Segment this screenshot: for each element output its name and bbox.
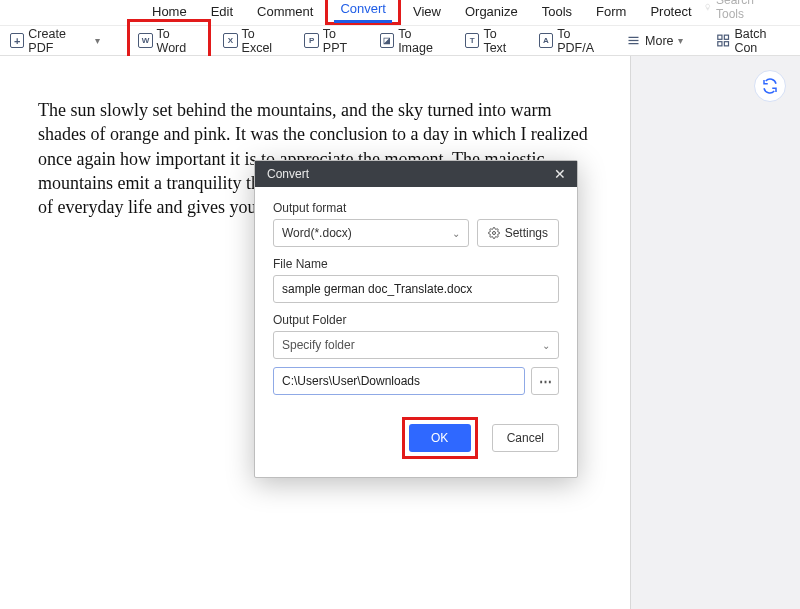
svg-rect-6	[724, 42, 728, 46]
tab-form[interactable]: Form	[584, 0, 638, 25]
tab-view[interactable]: View	[401, 0, 453, 25]
word-convert-side-button[interactable]	[754, 70, 786, 102]
output-format-value: Word(*.docx)	[282, 226, 352, 240]
close-icon: ✕	[554, 166, 566, 182]
svg-rect-3	[718, 35, 722, 39]
chevron-down-icon: ▾	[678, 35, 683, 46]
chevron-down-icon: ⌄	[542, 340, 550, 351]
dialog-title: Convert	[267, 167, 309, 181]
svg-rect-4	[724, 35, 728, 39]
tab-convert[interactable]: Convert	[325, 0, 401, 25]
file-name-label: File Name	[273, 257, 559, 271]
side-panel	[630, 56, 800, 609]
batch-label: Batch Con	[734, 27, 790, 55]
image-icon: ◪	[380, 33, 394, 48]
excel-icon: X	[223, 33, 237, 48]
cancel-button[interactable]: Cancel	[492, 424, 559, 452]
to-ppt-button[interactable]: P To PPT	[298, 24, 367, 58]
dialog-titlebar[interactable]: Convert ✕	[255, 161, 577, 187]
output-format-select[interactable]: Word(*.docx) ⌄	[273, 219, 469, 247]
svg-point-7	[492, 232, 495, 235]
create-pdf-button[interactable]: + Create PDF ▾	[4, 24, 106, 58]
settings-label: Settings	[505, 226, 548, 240]
output-folder-select[interactable]: Specify folder ⌄	[273, 331, 559, 359]
convert-toolbar: + Create PDF ▾ W To Word X To Excel P To…	[0, 26, 800, 56]
lightbulb-icon	[704, 1, 711, 13]
chevron-down-icon: ▾	[95, 35, 100, 46]
more-button[interactable]: More ▾	[620, 30, 688, 51]
word-icon: W	[138, 33, 152, 48]
text-icon: T	[465, 33, 479, 48]
pdfa-icon: A	[539, 33, 553, 48]
search-tools-label: Search Tools	[716, 0, 759, 21]
app-root: Home Edit Comment Convert View Organize …	[0, 0, 800, 609]
to-excel-button[interactable]: X To Excel	[217, 24, 292, 58]
main-tabstrip: Home Edit Comment Convert View Organize …	[0, 0, 800, 26]
tab-edit[interactable]: Edit	[199, 0, 245, 25]
ellipsis-icon: ⋯	[539, 374, 552, 389]
tab-home[interactable]: Home	[140, 0, 199, 25]
chevron-down-icon: ⌄	[452, 228, 460, 239]
output-folder-label: Output Folder	[273, 313, 559, 327]
svg-rect-5	[718, 42, 722, 46]
more-icon	[626, 33, 641, 48]
dialog-body: Output format Word(*.docx) ⌄ Settings Fi…	[255, 187, 577, 477]
ok-button[interactable]: OK	[409, 424, 471, 452]
browse-folder-button[interactable]: ⋯	[531, 367, 559, 395]
batch-icon	[716, 33, 730, 48]
search-tools[interactable]: Search Tools	[704, 0, 800, 25]
plus-icon: +	[10, 33, 24, 48]
tab-organize[interactable]: Organize	[453, 0, 530, 25]
tab-comment[interactable]: Comment	[245, 0, 325, 25]
to-text-label: To Text	[483, 27, 520, 55]
convert-dialog: Convert ✕ Output format Word(*.docx) ⌄ S…	[254, 160, 578, 478]
refresh-word-icon	[761, 77, 779, 95]
ok-highlight: OK	[402, 417, 478, 459]
to-ppt-label: To PPT	[323, 27, 362, 55]
to-pdfa-label: To PDF/A	[557, 27, 608, 55]
dialog-close-button[interactable]: ✕	[551, 165, 569, 183]
settings-button[interactable]: Settings	[477, 219, 559, 247]
to-image-label: To Image	[398, 27, 447, 55]
output-format-label: Output format	[273, 201, 559, 215]
gear-icon	[488, 227, 500, 239]
tab-protect[interactable]: Protect	[638, 0, 703, 25]
output-folder-mode: Specify folder	[282, 338, 355, 352]
to-image-button[interactable]: ◪ To Image	[374, 24, 453, 58]
to-word-label: To Word	[157, 27, 201, 55]
to-text-button[interactable]: T To Text	[459, 24, 527, 58]
to-pdfa-button[interactable]: A To PDF/A	[533, 24, 614, 58]
file-name-input[interactable]	[273, 275, 559, 303]
more-label: More	[645, 34, 673, 48]
to-excel-label: To Excel	[242, 27, 287, 55]
output-path-input[interactable]	[273, 367, 525, 395]
create-pdf-label: Create PDF	[28, 27, 90, 55]
dialog-actions: OK Cancel	[273, 417, 559, 459]
tab-tools[interactable]: Tools	[530, 0, 584, 25]
batch-convert-button[interactable]: Batch Con	[710, 24, 796, 58]
ppt-icon: P	[304, 33, 318, 48]
to-word-button[interactable]: W To Word	[132, 24, 206, 58]
